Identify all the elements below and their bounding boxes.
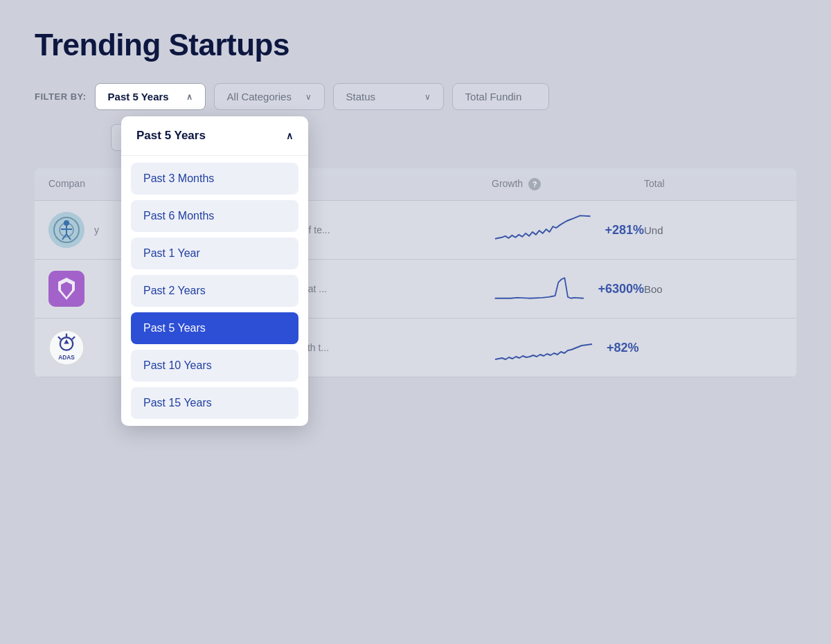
svg-text:ADAS: ADAS <box>58 354 75 361</box>
time-range-dropdown[interactable]: Past 5 Years ∧ <box>95 83 206 110</box>
status-label: Status <box>346 91 376 102</box>
time-range-label: Past 5 Years <box>108 91 169 102</box>
growth-percentage: +82% <box>607 341 639 355</box>
dropdown-list: Past 3 Months Past 6 Months Past 1 Year … <box>121 156 308 426</box>
growth-chart <box>492 213 593 247</box>
categories-label: All Categories <box>227 91 292 102</box>
growth-cell: +6300% <box>492 271 644 306</box>
chevron-down-icon: ∨ <box>425 92 431 102</box>
growth-help-icon[interactable]: ? <box>528 178 541 190</box>
funding-cell: Und <box>644 224 783 236</box>
dropdown-item-past-3-months[interactable]: Past 3 Months <box>131 163 298 195</box>
funding-dropdown[interactable]: Total Fundin <box>452 83 549 110</box>
page-title: Trending Startups <box>35 28 796 62</box>
funding-label: Total Fundin <box>465 91 522 102</box>
dropdown-item-past-6-months[interactable]: Past 6 Months <box>131 200 298 232</box>
funding-header: Total <box>644 178 783 190</box>
chevron-down-icon: ∨ <box>305 92 312 102</box>
company-logo: ADAS <box>48 330 84 366</box>
growth-chart <box>492 271 587 306</box>
growth-header: Growth ? <box>492 178 644 190</box>
growth-cell: +82% <box>492 330 644 365</box>
company-logo <box>48 212 84 248</box>
dropdown-item-past-5-years[interactable]: Past 5 Years <box>131 312 298 344</box>
funding-cell: Boo <box>644 283 783 295</box>
dropdown-item-past-10-years[interactable]: Past 10 Years <box>131 350 298 382</box>
company-logo <box>48 271 84 307</box>
dropdown-item-past-15-years[interactable]: Past 15 Years <box>131 387 298 419</box>
dropdown-item-past-1-year[interactable]: Past 1 Year <box>131 238 298 269</box>
dropdown-item-past-2-years[interactable]: Past 2 Years <box>131 275 298 307</box>
growth-chart <box>492 330 596 365</box>
dropdown-header-label: Past 5 Years <box>136 129 206 143</box>
company-desc: y <box>94 224 99 235</box>
growth-cell: +281% <box>492 213 644 247</box>
status-dropdown[interactable]: Status ∨ <box>333 83 444 110</box>
chevron-up-icon: ∧ <box>186 92 193 102</box>
dropdown-close-icon[interactable]: ∧ <box>286 130 293 141</box>
growth-percentage: +6300% <box>598 282 644 296</box>
dropdown-header: Past 5 Years ∧ <box>121 116 308 156</box>
growth-percentage: +281% <box>605 223 644 238</box>
filter-label: FILTER BY: <box>35 91 87 102</box>
time-range-dropdown-menu: Past 5 Years ∧ Past 3 Months Past 6 Mont… <box>121 116 308 426</box>
categories-dropdown[interactable]: All Categories ∨ <box>214 83 325 110</box>
svg-point-3 <box>64 220 69 226</box>
